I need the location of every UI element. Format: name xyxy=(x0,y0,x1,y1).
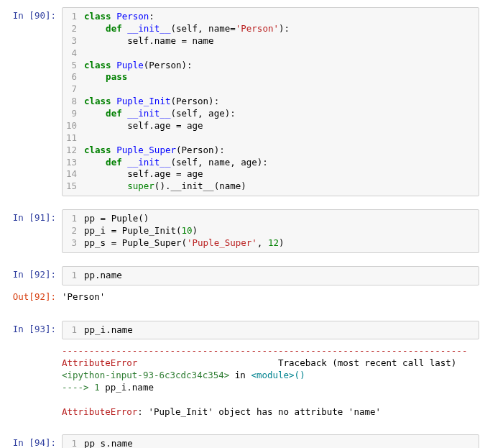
line-number: 1 xyxy=(63,213,84,225)
code-source: pp_s.name xyxy=(84,438,479,448)
code-source: class Person: xyxy=(84,11,479,23)
code-line: 9 def __init__(self, age): xyxy=(63,108,479,120)
code-source: super().__init__(name) xyxy=(84,180,479,193)
line-number: 8 xyxy=(63,96,84,108)
code-block[interactable]: 1pp.name xyxy=(62,266,479,285)
line-number: 2 xyxy=(63,225,84,237)
line-number: 15 xyxy=(63,180,84,193)
line-number: 4 xyxy=(63,47,84,60)
code-line: 8class Puple_Init(Person): xyxy=(63,96,479,108)
code-line: 13 def __init__(self, name, age): xyxy=(63,157,479,169)
code-line: 1class Person: xyxy=(63,11,479,23)
line-number: 14 xyxy=(63,168,84,180)
line-number: 5 xyxy=(63,60,84,72)
line-number: 6 xyxy=(63,71,84,83)
code-source: def __init__(self, name, age): xyxy=(84,157,479,169)
code-line: 2 def __init__(self, name='Person'): xyxy=(63,23,479,35)
code-block[interactable]: 1class Person:2 def __init__(self, name=… xyxy=(62,7,479,196)
code-source: def __init__(self, age): xyxy=(84,108,479,120)
code-source xyxy=(84,47,479,60)
code-block[interactable]: 1pp_i.name xyxy=(62,321,479,340)
code-line: 14 self.age = age xyxy=(63,168,479,180)
input-cell: In [91]:1pp = Puple()2pp_i = Puple_Init(… xyxy=(6,208,479,255)
error-cell: ----------------------------------------… xyxy=(6,341,479,422)
line-number: 7 xyxy=(63,83,84,96)
code-line: 5class Puple(Person): xyxy=(63,60,479,72)
line-number: 13 xyxy=(63,157,84,169)
code-line: 11 xyxy=(63,132,479,145)
input-prompt: In [91]: xyxy=(6,209,62,253)
traceback: ----------------------------------------… xyxy=(62,342,479,421)
code-line: 7 xyxy=(63,83,479,96)
code-source: class Puple_Super(Person): xyxy=(84,145,479,157)
code-source: self.age = age xyxy=(84,120,479,132)
input-prompt: In [93]: xyxy=(6,321,62,340)
code-source: pass xyxy=(84,71,479,83)
line-number: 1 xyxy=(63,324,84,337)
input-cell: In [94]:1pp_s.name xyxy=(6,433,479,448)
input-prompt: In [90]: xyxy=(6,7,62,196)
line-number: 3 xyxy=(63,237,84,250)
line-number: 3 xyxy=(63,35,84,47)
output-prompt: Out[92]: xyxy=(6,288,62,308)
input-cell: In [93]:1pp_i.name xyxy=(6,319,479,342)
code-source: pp.name xyxy=(84,270,479,282)
input-prompt: In [94]: xyxy=(6,434,62,448)
input-cell: In [90]:1class Person:2 def __init__(sel… xyxy=(6,6,479,198)
line-number: 1 xyxy=(63,438,84,448)
code-source: pp_s = Puple_Super('Puple_Super', 12) xyxy=(84,237,479,250)
code-source: def __init__(self, name='Person'): xyxy=(84,23,479,35)
output-text: 'Person' xyxy=(62,288,479,308)
line-number: 9 xyxy=(63,108,84,120)
code-line: 1pp_s.name xyxy=(63,438,479,448)
code-line: 3 self.name = name xyxy=(63,35,479,47)
output-cell: Out[92]:'Person' xyxy=(6,287,479,309)
line-number: 10 xyxy=(63,120,84,132)
code-source xyxy=(84,132,479,145)
code-block[interactable]: 1pp_s.name xyxy=(62,434,479,448)
code-line: 6 pass xyxy=(63,71,479,83)
code-source: class Puple_Init(Person): xyxy=(84,96,479,108)
line-number: 2 xyxy=(63,23,84,35)
line-number: 1 xyxy=(63,270,84,282)
input-cell: In [92]:1pp.name xyxy=(6,265,479,287)
code-source: self.name = name xyxy=(84,35,479,47)
code-line: 2pp_i = Puple_Init(10) xyxy=(63,225,479,237)
line-number: 1 xyxy=(63,11,84,23)
code-line: 10 self.age = age xyxy=(63,120,479,132)
input-prompt: In [92]: xyxy=(6,266,62,285)
code-line: 15 super().__init__(name) xyxy=(63,180,479,193)
code-line: 1pp = Puple() xyxy=(63,213,479,225)
code-source: pp = Puple() xyxy=(84,213,479,225)
code-source: class Puple(Person): xyxy=(84,60,479,72)
code-source: self.age = age xyxy=(84,168,479,180)
code-source: pp_i.name xyxy=(84,324,479,337)
code-line: 1pp.name xyxy=(63,270,479,282)
code-line: 12class Puple_Super(Person): xyxy=(63,145,479,157)
code-block[interactable]: 1pp = Puple()2pp_i = Puple_Init(10)3pp_s… xyxy=(62,209,479,253)
line-number: 12 xyxy=(63,145,84,157)
code-line: 3pp_s = Puple_Super('Puple_Super', 12) xyxy=(63,237,479,250)
code-source xyxy=(84,83,479,96)
notebook: In [90]:1class Person:2 def __init__(sel… xyxy=(6,6,479,448)
code-line: 1pp_i.name xyxy=(63,324,479,337)
code-source: pp_i = Puple_Init(10) xyxy=(84,225,479,237)
line-number: 11 xyxy=(63,132,84,145)
code-line: 4 xyxy=(63,47,479,60)
